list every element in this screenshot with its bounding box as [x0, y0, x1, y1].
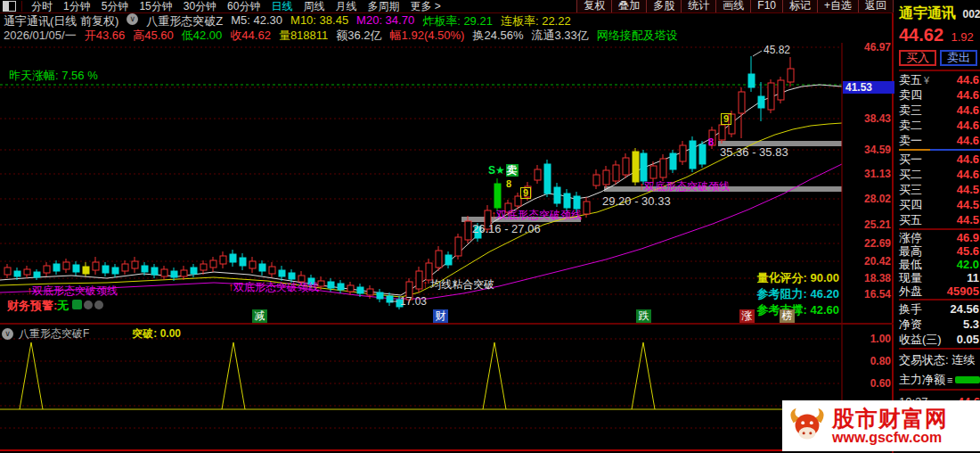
toolbar-button-F10[interactable]: F10: [750, 0, 783, 12]
quote-row-label: 换手: [899, 301, 922, 317]
quote-row-value: 45905: [947, 284, 979, 298]
list-icon: ≡: [947, 375, 952, 385]
quote-row-label: 卖四: [899, 87, 922, 103]
quant-score-label: 量化评分: 90.00: [757, 270, 839, 286]
quote-row-value: 0.05: [957, 333, 979, 346]
quote-row-label: 收益(三): [899, 332, 942, 348]
low-price-label: 17.03: [400, 296, 427, 308]
quote-row-label: 外盘: [899, 284, 922, 300]
info-segment: 高45.60: [133, 28, 174, 44]
quote-info-row: 2026/01/05/一开43.66高45.60低42.00收44.62量818…: [4, 28, 678, 44]
indicator-axis-label: 0.60: [845, 377, 891, 390]
price-axis-label: 38.43: [845, 112, 891, 125]
quote-row-label: 买一: [899, 152, 922, 168]
chart-quick-button-涨[interactable]: 涨: [739, 309, 755, 323]
quote-row-value: 44.6: [957, 168, 979, 181]
quote-row-label: 卖二: [899, 118, 922, 134]
period-tab-月线[interactable]: 月线: [335, 0, 356, 12]
period-tab-15分钟[interactable]: 15分钟: [139, 0, 172, 12]
info-segment: 低42.00: [182, 28, 223, 44]
chart-quick-button-财[interactable]: 财: [433, 309, 448, 323]
toolbar-button-+自选[interactable]: +自选: [817, 0, 859, 12]
period-tab-1分钟[interactable]: 1分钟: [63, 0, 91, 12]
quote-row-value: 44.6: [957, 152, 979, 166]
breakout-annotation: ↑双底形态突破颈线: [639, 181, 730, 193]
site-watermark: 股市财富网 www.gscfw.com: [782, 400, 980, 451]
toolbar-button-返回[interactable]: 返回: [858, 0, 894, 12]
price-axis-label: 18.38: [845, 272, 891, 284]
quote-row: 收益(三)0.05: [899, 332, 980, 347]
toolbar-button-叠加[interactable]: 叠加: [611, 0, 647, 12]
window-icon[interactable]: [3, 1, 16, 12]
quote-row-label: 卖三: [899, 103, 922, 119]
quote-row-label: 卖一: [899, 133, 922, 149]
breakout-text: 双底形态突破颈线: [233, 281, 319, 293]
quote-row-value: 42.0: [957, 258, 979, 271]
chevron-down-icon[interactable]: ∨: [127, 13, 138, 25]
divider: [21, 1, 22, 12]
toolbar: 分时1分钟5分钟15分钟30分钟60分钟日线周线月线多周期更多 > 复权叠加多股…: [0, 0, 894, 13]
quote-row-value: 44.5: [957, 213, 979, 226]
quote-row[interactable]: 卖五¥44.6: [899, 72, 980, 87]
info-segment: 幅1.92(4.50%): [390, 28, 465, 44]
period-tab-更多 >[interactable]: 更多 >: [410, 0, 440, 12]
quote-row[interactable]: 买一44.6: [899, 152, 980, 167]
quote-row-label: 卖五: [899, 72, 922, 88]
quote-row-label: 买二: [899, 167, 922, 183]
support-label: 参考支撑: 42.60: [757, 302, 839, 318]
period-tab-分时[interactable]: 分时: [31, 0, 53, 12]
quote-row-value: 44.5: [957, 198, 979, 211]
ma-converge-breakout-label: ↑ 均线粘合突破: [422, 279, 494, 291]
quote-row[interactable]: 卖三44.6: [899, 103, 980, 118]
quote-row[interactable]: 买二44.6: [899, 167, 980, 182]
up-arrow-icon: ↑: [422, 278, 428, 291]
period-tab-30分钟[interactable]: 30分钟: [184, 0, 216, 12]
price-axis-label: 31.13: [845, 168, 891, 180]
chart-quick-button-榜[interactable]: 榜: [780, 309, 795, 323]
quote-row[interactable]: 卖一44.6: [899, 133, 980, 148]
quote-row[interactable]: 买五44.5: [899, 212, 980, 227]
toolbar-button-多股[interactable]: 多股: [646, 0, 682, 12]
toolbar-button-标记[interactable]: 标记: [782, 0, 818, 12]
quote-row-value: 24.56: [950, 302, 979, 316]
chart-quick-button-跌[interactable]: 跌: [636, 309, 651, 323]
quote-row[interactable]: 卖四44.6: [899, 87, 980, 103]
quote-row-label: 买五: [899, 212, 922, 228]
buy-button[interactable]: 买入: [899, 50, 936, 66]
sell-button[interactable]: 卖出: [940, 50, 977, 66]
trade-status: 交易状态: 连续: [899, 352, 980, 368]
chart-quick-button-减[interactable]: 减: [252, 309, 267, 323]
quote-row: 换手24.56: [899, 301, 980, 317]
quote-row-label: 净资: [899, 317, 922, 333]
quote-row-value: 44.6: [957, 103, 979, 117]
net-flow-bar: [955, 376, 980, 383]
range-label: 29.20 - 30.33: [602, 195, 671, 207]
toolbar-button-复权[interactable]: 复权: [576, 0, 612, 12]
period-tab-5分钟[interactable]: 5分钟: [102, 0, 129, 12]
period-tab-周线[interactable]: 周线: [303, 0, 324, 12]
quote-row-value: 44.6: [957, 119, 979, 132]
period-tab-日线[interactable]: 日线: [271, 0, 292, 12]
info-segment: 额36.2亿: [336, 28, 381, 44]
count-marker: 9: [520, 187, 531, 199]
toolbar-actions: 复权叠加多股统计画线F10标记+自选返回: [577, 0, 894, 12]
quote-row-label: 买三: [899, 182, 922, 198]
period-tab-多周期[interactable]: 多周期: [367, 0, 399, 12]
quote-row-value: 5.3: [963, 317, 979, 331]
chevron-down-icon[interactable]: ∨: [2, 328, 13, 340]
toolbar-button-画线[interactable]: 画线: [715, 0, 751, 12]
quote-row[interactable]: 卖二44.6: [899, 118, 980, 133]
sell-star-icon: S★: [488, 164, 505, 177]
period-tab-60分钟[interactable]: 60分钟: [227, 0, 260, 12]
price-axis-label: 46.97: [845, 41, 891, 54]
quote-row[interactable]: 买四44.5: [899, 197, 980, 212]
breakout-annotation: ↑双底形态突破颈线: [491, 210, 582, 221]
info-segment: 2026/01/05/一: [4, 28, 77, 44]
stock-code: 00279: [962, 8, 980, 21]
breakout-text: 双底形态突破颈线: [644, 180, 730, 193]
count-marker: 8: [708, 137, 714, 147]
stats-block: 换手24.56净资5.3收益(三)0.05: [899, 301, 980, 347]
info-segment: 开43.66: [85, 28, 126, 44]
toolbar-button-统计[interactable]: 统计: [681, 0, 716, 12]
quote-row[interactable]: 买三44.5: [899, 182, 980, 197]
